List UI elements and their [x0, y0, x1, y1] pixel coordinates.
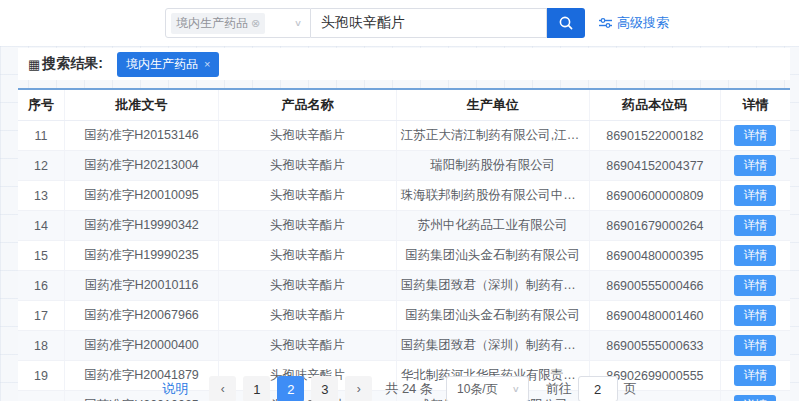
- cell-manufacturer: 国药集团致君（深圳）制药有限公...: [396, 331, 589, 361]
- table-row: 12国药准字H20213004头孢呋辛酯片瑞阳制药股份有限公司869041520…: [18, 151, 790, 181]
- cell-code: 86900480000395: [589, 241, 720, 271]
- results-label-text: 搜索结果:: [42, 55, 103, 73]
- cell-no: 17: [18, 301, 64, 331]
- pagination: 说明 ‹ 123 › 共 24 条 10条/页 ∨ 前往 页: [0, 376, 799, 401]
- page-size-value: 10条/页: [457, 381, 498, 398]
- category-filter-tag[interactable]: 境内生产药品 ⊗: [171, 13, 265, 34]
- next-page-button[interactable]: ›: [345, 376, 372, 401]
- cell-approval: 国药准字H20010116: [64, 271, 218, 301]
- header-no: 序号: [18, 90, 64, 121]
- cell-manufacturer: 苏州中化药品工业有限公司: [396, 211, 589, 241]
- filter-sliders-icon: [599, 17, 612, 29]
- header-product: 产品名称: [219, 90, 397, 121]
- tag-remove-icon[interactable]: ⊗: [251, 17, 260, 30]
- page-button-3[interactable]: 3: [311, 376, 338, 401]
- table-row: 15国药准字H19990235头孢呋辛酯片国药集团汕头金石制药有限公司86900…: [18, 241, 790, 271]
- active-filter-tag[interactable]: 境内生产药品 ×: [117, 52, 219, 77]
- cell-product: 头孢呋辛酯片: [219, 241, 397, 271]
- cell-detail: 详情: [720, 211, 790, 241]
- detail-button[interactable]: 详情: [734, 275, 776, 296]
- cell-approval: 国药准字H20000400: [64, 331, 218, 361]
- table-header-row: 序号 批准文号 产品名称 生产单位 药品本位码 详情: [18, 90, 790, 121]
- cell-code: 86901522000182: [589, 121, 720, 151]
- cell-detail: 详情: [720, 241, 790, 271]
- category-select[interactable]: 境内生产药品 ⊗ ∨: [165, 8, 311, 38]
- cell-product: 头孢呋辛酯片: [219, 121, 397, 151]
- cell-product: 头孢呋辛酯片: [219, 301, 397, 331]
- cell-no: 12: [18, 151, 64, 181]
- results-label: ▦ 搜索结果:: [28, 55, 103, 73]
- detail-button[interactable]: 详情: [734, 305, 776, 326]
- close-icon[interactable]: ×: [204, 58, 210, 70]
- page-size-select[interactable]: 10条/页 ∨: [446, 376, 529, 401]
- cell-no: 16: [18, 271, 64, 301]
- cell-code: 86900555000633: [589, 331, 720, 361]
- cell-manufacturer: 国药集团汕头金石制药有限公司: [396, 301, 589, 331]
- header-manufacturer: 生产单位: [396, 90, 589, 121]
- cell-manufacturer: 国药集团致君（深圳）制药有限公...: [396, 271, 589, 301]
- search-group: 境内生产药品 ⊗ ∨ 高级搜索: [165, 8, 669, 38]
- cell-code: 86904152004377: [589, 151, 720, 181]
- detail-button[interactable]: 详情: [734, 125, 776, 146]
- results-table-body: 11国药准字H20153146头孢呋辛酯片江苏正大清江制药有限公司,江苏...8…: [18, 121, 790, 401]
- cell-no: 11: [18, 121, 64, 151]
- category-filter-tag-label: 境内生产药品: [176, 15, 248, 32]
- goto-suffix-label: 页: [624, 380, 637, 398]
- cell-manufacturer: 江苏正大清江制药有限公司,江苏...: [396, 121, 589, 151]
- page-button-1[interactable]: 1: [243, 376, 270, 401]
- cell-no: 13: [18, 181, 64, 211]
- goto-page-input[interactable]: [578, 376, 618, 401]
- cell-approval: 国药准字H20067966: [64, 301, 218, 331]
- cell-approval: 国药准字H20213004: [64, 151, 218, 181]
- cell-detail: 详情: [720, 121, 790, 151]
- cell-product: 头孢呋辛酯片: [219, 181, 397, 211]
- grid-icon: ▦: [28, 57, 40, 72]
- cell-code: 86900480001460: [589, 301, 720, 331]
- total-count-label: 共 24 条: [385, 380, 433, 398]
- goto-prefix-label: 前往: [546, 380, 572, 398]
- cell-manufacturer: 国药集团汕头金石制药有限公司: [396, 241, 589, 271]
- header-detail: 详情: [720, 90, 790, 121]
- cell-code: 86901679000264: [589, 211, 720, 241]
- table-row: 18国药准字H20000400头孢呋辛酯片国药集团致君（深圳）制药有限公...8…: [18, 331, 790, 361]
- cell-manufacturer: 珠海联邦制药股份有限公司中山分...: [396, 181, 589, 211]
- content-area: NMPA NMPA NMPA ▦ 搜索结果: 境内生产药品 × 序号 批准文号 …: [0, 46, 799, 401]
- search-icon: [558, 15, 574, 31]
- cell-detail: 详情: [720, 151, 790, 181]
- advanced-search-link[interactable]: 高级搜索: [599, 14, 669, 32]
- cell-detail: 详情: [720, 181, 790, 211]
- results-bar: ▦ 搜索结果: 境内生产药品 ×: [18, 48, 790, 80]
- cell-product: 头孢呋辛酯片: [219, 271, 397, 301]
- results-table-card: 序号 批准文号 产品名称 生产单位 药品本位码 详情 11国药准字H201531…: [18, 88, 790, 401]
- table-row: 16国药准字H20010116头孢呋辛酯片国药集团致君（深圳）制药有限公...8…: [18, 271, 790, 301]
- table-row: 13国药准字H20010095头孢呋辛酯片珠海联邦制药股份有限公司中山分...8…: [18, 181, 790, 211]
- cell-no: 18: [18, 331, 64, 361]
- results-table: 序号 批准文号 产品名称 生产单位 药品本位码 详情 11国药准字H201531…: [18, 90, 790, 401]
- cell-detail: 详情: [720, 301, 790, 331]
- cell-product: 头孢呋辛酯片: [219, 211, 397, 241]
- detail-button[interactable]: 详情: [734, 215, 776, 236]
- cell-manufacturer: 瑞阳制药股份有限公司: [396, 151, 589, 181]
- page-number-buttons: 123: [243, 376, 338, 401]
- page-button-2[interactable]: 2: [277, 376, 304, 401]
- header-approval: 批准文号: [64, 90, 218, 121]
- goto-page: 前往 页: [546, 376, 637, 401]
- active-filter-tag-label: 境内生产药品: [126, 56, 198, 73]
- cell-approval: 国药准字H19990342: [64, 211, 218, 241]
- search-button[interactable]: [547, 8, 585, 38]
- chevron-down-icon: ∨: [294, 18, 302, 28]
- topbar: 境内生产药品 ⊗ ∨ 高级搜索: [0, 0, 799, 46]
- detail-button[interactable]: 详情: [734, 185, 776, 206]
- prev-page-button[interactable]: ‹: [209, 376, 236, 401]
- detail-button[interactable]: 详情: [734, 155, 776, 176]
- cell-no: 15: [18, 241, 64, 271]
- cell-product: 头孢呋辛酯片: [219, 331, 397, 361]
- detail-button[interactable]: 详情: [734, 245, 776, 266]
- search-input[interactable]: [311, 8, 547, 38]
- cell-detail: 详情: [720, 271, 790, 301]
- cell-product: 头孢呋辛酯片: [219, 151, 397, 181]
- header-code: 药品本位码: [589, 90, 720, 121]
- table-row: 11国药准字H20153146头孢呋辛酯片江苏正大清江制药有限公司,江苏...8…: [18, 121, 790, 151]
- detail-button[interactable]: 详情: [734, 335, 776, 356]
- note-link[interactable]: 说明: [162, 380, 188, 398]
